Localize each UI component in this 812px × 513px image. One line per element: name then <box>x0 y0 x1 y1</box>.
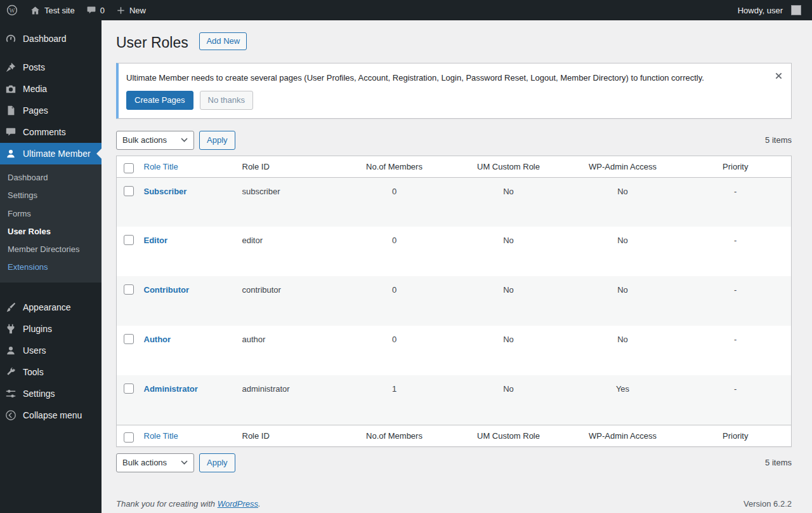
notice-message: Ultimate Member needs to create several … <box>126 72 763 84</box>
sidebar-item-label: Appearance <box>23 302 71 312</box>
sidebar-item-posts[interactable]: Posts <box>0 57 102 78</box>
plus-icon <box>116 6 126 15</box>
chevron-down-icon <box>181 460 188 465</box>
role-id-cell: contributor <box>236 276 337 326</box>
table-row: Administrator administrator 1 No Yes - <box>117 375 792 425</box>
site-name-label: Test site <box>44 6 75 15</box>
new-label: New <box>129 6 146 15</box>
chevron-down-icon <box>181 138 188 142</box>
sidebar-item-settings[interactable]: Settings <box>0 383 102 404</box>
home-icon <box>30 5 41 16</box>
wordpress-logo-menu[interactable]: W <box>0 0 24 20</box>
role-title-link[interactable]: Author <box>144 335 171 344</box>
site-name-menu[interactable]: Test site <box>24 0 81 20</box>
role-id-cell: subscriber <box>236 177 337 227</box>
role-title-link[interactable]: Administrator <box>144 384 198 394</box>
sidebar-item-label: Users <box>23 345 46 356</box>
row-checkbox[interactable] <box>124 284 134 295</box>
camera-icon <box>4 83 17 95</box>
role-title-link[interactable]: Contributor <box>144 285 189 295</box>
row-checkbox[interactable] <box>124 186 134 196</box>
admin-bar: W Test site 0 New Howdy, user <box>0 0 812 20</box>
my-account-menu[interactable]: Howdy, user <box>732 0 807 20</box>
role-id-cell: administrator <box>236 375 337 425</box>
table-toolbar-top: Bulk actions Apply 5 items <box>116 131 792 150</box>
footer-role-id: Role ID <box>236 425 337 446</box>
bulk-actions-select[interactable]: Bulk actions <box>116 453 194 472</box>
user-roles-table: Role Title Role ID No.of Members UM Cust… <box>116 156 792 447</box>
select-all-checkbox[interactable] <box>124 432 134 443</box>
wrench-icon <box>4 366 17 378</box>
page-title: User Roles <box>116 34 188 53</box>
sort-role-title-link[interactable]: Role Title <box>144 162 178 171</box>
sidebar-item-users[interactable]: Users <box>0 340 102 361</box>
dismiss-notice-icon[interactable] <box>772 70 785 83</box>
sidebar-item-media[interactable]: Media <box>0 78 102 100</box>
user-circle-icon <box>4 147 17 160</box>
apply-button[interactable]: Apply <box>199 131 235 150</box>
sidebar-item-label: Pages <box>23 105 48 116</box>
admin-footer: Thank you for creating with WordPress. V… <box>116 499 792 509</box>
svg-text:W: W <box>10 8 15 14</box>
select-all-checkbox[interactable] <box>124 163 134 173</box>
collapse-menu-button[interactable]: Collapse menu <box>0 404 102 426</box>
row-checkbox[interactable] <box>124 334 134 344</box>
table-row: Editor editor 0 No No - <box>117 227 792 276</box>
sidebar-item-dashboard[interactable]: Dashboard <box>0 28 102 50</box>
role-title-link[interactable]: Subscriber <box>144 187 187 196</box>
sidebar-item-comments[interactable]: Comments <box>0 121 102 143</box>
submenu-item-extensions[interactable]: Extensions <box>0 258 102 276</box>
bulk-actions-select[interactable]: Bulk actions <box>116 131 194 150</box>
comment-bubble-icon <box>86 5 96 15</box>
comments-count: 0 <box>100 6 105 15</box>
chevron-left-circle-icon <box>4 409 17 422</box>
um-custom-role-cell: No <box>452 375 566 425</box>
main-content: User Roles Add New Ultimate Member needs… <box>102 20 812 513</box>
submenu-item-dashboard[interactable]: Dashboard <box>0 169 102 187</box>
wordpress-link[interactable]: WordPress <box>218 499 258 509</box>
row-checkbox[interactable] <box>124 235 134 245</box>
um-custom-role-cell: No <box>452 177 566 227</box>
create-pages-button[interactable]: Create Pages <box>126 91 193 110</box>
new-content-menu[interactable]: New <box>110 0 152 20</box>
table-header-row: Role Title Role ID No.of Members UM Cust… <box>117 156 792 177</box>
table-row: Contributor contributor 0 No No - <box>117 276 792 326</box>
sidebar-item-appearance[interactable]: Appearance <box>0 296 102 318</box>
submenu-item-settings[interactable]: Settings <box>0 187 102 204</box>
wp-admin-access-cell: No <box>566 326 680 375</box>
priority-cell: - <box>680 177 792 227</box>
um-custom-role-cell: No <box>452 326 566 375</box>
sidebar-item-pages[interactable]: Pages <box>0 100 102 121</box>
priority-cell: - <box>680 276 792 326</box>
submenu-item-forms[interactable]: Forms <box>0 205 102 223</box>
apply-button[interactable]: Apply <box>199 453 235 472</box>
sort-role-title-link[interactable]: Role Title <box>144 431 178 441</box>
admin-sidebar: Dashboard Posts Media Pages Comments Ult… <box>0 20 102 513</box>
role-id-cell: editor <box>236 227 337 276</box>
footer-members: No.of Members <box>337 425 452 446</box>
items-count: 5 items <box>765 135 792 145</box>
sidebar-item-label: Ultimate Member <box>23 149 91 159</box>
wp-admin-access-cell: No <box>566 276 680 326</box>
document-icon <box>4 104 17 117</box>
footer-thanks-text: Thank you for creating with <box>116 499 215 509</box>
sidebar-item-tools[interactable]: Tools <box>0 361 102 383</box>
add-new-button[interactable]: Add New <box>199 32 247 50</box>
no-thanks-button[interactable]: No thanks <box>200 91 254 110</box>
comments-menu[interactable]: 0 <box>81 0 110 20</box>
role-title-link[interactable]: Editor <box>144 236 168 245</box>
priority-cell: - <box>680 326 792 375</box>
sidebar-item-label: Posts <box>23 62 45 72</box>
sidebar-item-plugins[interactable]: Plugins <box>0 318 102 340</box>
version-label: Version 6.2.2 <box>743 499 792 509</box>
members-cell: 0 <box>337 276 452 326</box>
footer-thankyou: Thank you for creating with WordPress. <box>116 499 261 509</box>
sidebar-item-ultimate-member[interactable]: Ultimate Member <box>0 143 102 164</box>
header-priority: Priority <box>680 156 792 177</box>
menu-separator <box>0 50 102 57</box>
admin-notice: Ultimate Member needs to create several … <box>116 63 792 119</box>
footer-priority: Priority <box>680 425 792 446</box>
submenu-item-user-roles[interactable]: User Roles <box>0 223 102 241</box>
submenu-item-member-directories[interactable]: Member Directories <box>0 241 102 258</box>
row-checkbox[interactable] <box>124 383 134 394</box>
